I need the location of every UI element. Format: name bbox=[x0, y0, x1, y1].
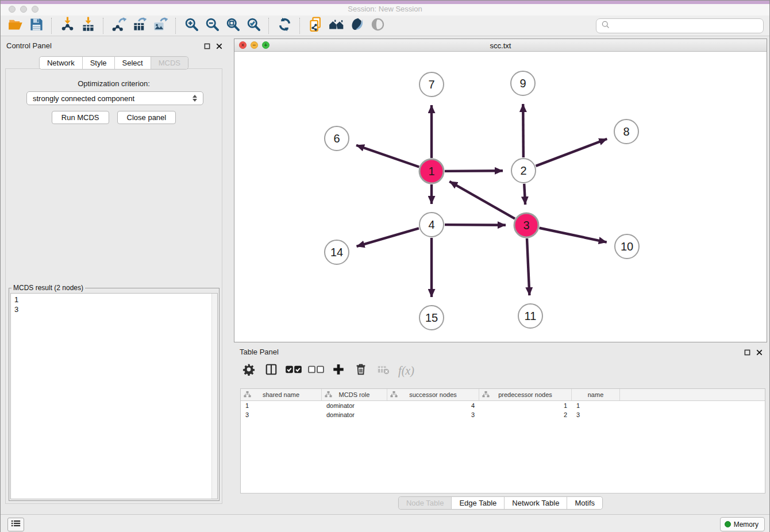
close-panel-icon[interactable] bbox=[216, 41, 222, 52]
column-header-predecessor-nodes[interactable]: predecessor nodes bbox=[479, 389, 572, 400]
delete-column-button[interactable] bbox=[352, 362, 369, 379]
column-type-icon bbox=[482, 391, 490, 399]
deselect-all-button[interactable] bbox=[307, 362, 325, 379]
table-body: 1dominator4113dominator323 bbox=[241, 401, 765, 419]
cell-predecessor-nodes[interactable]: 1 bbox=[479, 402, 572, 409]
graph-edge-3-11[interactable] bbox=[527, 238, 529, 295]
table-tab-motifs[interactable]: Motifs bbox=[567, 497, 602, 509]
table-row[interactable]: 3dominator323 bbox=[241, 410, 765, 419]
import-network-button[interactable] bbox=[57, 17, 78, 35]
birds-eye-view-button[interactable] bbox=[367, 17, 388, 35]
window-title: Session: New Session bbox=[1, 5, 769, 13]
control-tab-mcds[interactable]: MCDS bbox=[151, 57, 188, 69]
graph-node-2[interactable]: 2 bbox=[511, 159, 536, 183]
graph-edge-3-10[interactable] bbox=[540, 228, 607, 242]
close-panel-button[interactable]: Close panel bbox=[117, 111, 176, 124]
graph-node-14[interactable]: 14 bbox=[325, 240, 349, 264]
float-table-panel-icon[interactable] bbox=[744, 348, 750, 358]
zoom-selected-button[interactable] bbox=[243, 17, 264, 35]
export-image-button[interactable] bbox=[150, 17, 171, 35]
export-table-icon bbox=[132, 17, 148, 34]
cell-predecessor-nodes[interactable]: 2 bbox=[479, 411, 572, 418]
criterion-dropdown[interactable]: strongly connected component bbox=[26, 91, 203, 105]
node-table[interactable]: shared nameMCDS rolesuccessor nodesprede… bbox=[240, 388, 765, 494]
graph-node-9[interactable]: 9 bbox=[511, 71, 535, 95]
export-table-button[interactable] bbox=[129, 17, 150, 35]
cell-mcds-role[interactable]: dominator bbox=[322, 402, 387, 409]
graph-node-8[interactable]: 8 bbox=[614, 119, 638, 144]
graph-edge-3-1[interactable] bbox=[449, 182, 515, 219]
control-tab-style[interactable]: Style bbox=[83, 57, 115, 69]
graph-edge-4-14[interactable] bbox=[357, 228, 419, 246]
column-header-name[interactable]: name bbox=[572, 389, 620, 400]
graph-edge-2-9[interactable] bbox=[523, 104, 523, 157]
graph-node-11[interactable]: 11 bbox=[518, 304, 542, 328]
cell-shared-name[interactable]: 1 bbox=[241, 402, 322, 409]
control-tab-select[interactable]: Select bbox=[115, 57, 151, 69]
gear-icon bbox=[242, 363, 255, 378]
graph-edge-1-6[interactable] bbox=[356, 145, 419, 167]
run-mcds-button[interactable]: Run MCDS bbox=[52, 111, 109, 124]
table-settings-button[interactable] bbox=[240, 362, 257, 379]
column-header-mcds-role[interactable]: MCDS role bbox=[322, 389, 387, 400]
control-panel-title: Control Panel bbox=[6, 41, 52, 50]
table-panel-title: Table Panel bbox=[240, 348, 279, 356]
graph-edge-2-8[interactable] bbox=[536, 139, 607, 166]
open-session-button[interactable] bbox=[5, 17, 26, 35]
zoom-in-button[interactable] bbox=[181, 17, 202, 35]
mcds-result-textarea[interactable]: 13 bbox=[10, 293, 218, 499]
delete-table-button[interactable] bbox=[375, 362, 392, 379]
task-history-button[interactable] bbox=[7, 518, 24, 531]
memory-button[interactable]: Memory bbox=[720, 517, 765, 531]
result-scrollbar[interactable] bbox=[211, 294, 217, 499]
graph-node-1[interactable]: 1 bbox=[419, 159, 444, 183]
control-tab-network[interactable]: Network bbox=[40, 57, 83, 69]
import-table-button[interactable] bbox=[78, 17, 98, 35]
refresh-icon bbox=[277, 17, 292, 34]
cell-successor-nodes[interactable]: 4 bbox=[387, 402, 479, 409]
select-all-button[interactable] bbox=[285, 362, 302, 379]
zoom-fit-icon bbox=[225, 17, 241, 34]
graph-edge-4-3[interactable] bbox=[445, 225, 506, 225]
application-window: Session: New Session Control Panel bbox=[0, 0, 770, 532]
graph-node-7[interactable]: 7 bbox=[419, 72, 444, 97]
close-table-panel-icon[interactable] bbox=[756, 348, 763, 358]
table-tab-edge-table[interactable]: Edge Table bbox=[452, 497, 505, 509]
cell-mcds-role[interactable]: dominator bbox=[322, 411, 387, 418]
zoom-fit-button[interactable] bbox=[222, 17, 243, 35]
zoom-out-icon bbox=[205, 17, 220, 34]
search-field[interactable] bbox=[596, 18, 764, 33]
graph-node-10[interactable]: 10 bbox=[615, 234, 639, 259]
float-panel-icon[interactable] bbox=[204, 41, 210, 52]
table-tab-node-table[interactable]: Node Table bbox=[399, 497, 452, 509]
function-builder-button[interactable]: f(x) bbox=[397, 362, 414, 379]
home-button[interactable] bbox=[326, 17, 346, 35]
search-input[interactable] bbox=[614, 21, 759, 31]
graph-node-3[interactable]: 3 bbox=[514, 213, 538, 237]
graph-node-6[interactable]: 6 bbox=[325, 126, 349, 151]
graph-edge-2-3[interactable] bbox=[524, 184, 525, 205]
add-column-button[interactable] bbox=[330, 362, 347, 379]
cell-successor-nodes[interactable]: 3 bbox=[387, 411, 479, 418]
cell-shared-name[interactable]: 3 bbox=[241, 411, 322, 418]
column-visibility-button[interactable] bbox=[263, 362, 280, 379]
export-network-button[interactable] bbox=[109, 17, 129, 35]
import-table-icon bbox=[80, 17, 96, 34]
show-graphics-details-button[interactable] bbox=[346, 17, 367, 35]
cell-name[interactable]: 3 bbox=[572, 411, 620, 418]
cell-name[interactable]: 1 bbox=[572, 402, 620, 409]
save-session-button[interactable] bbox=[26, 17, 47, 35]
table-row[interactable]: 1dominator411 bbox=[241, 401, 765, 410]
graph-node-4[interactable]: 4 bbox=[419, 213, 444, 237]
zoom-out-button[interactable] bbox=[202, 17, 222, 35]
clone-network-button[interactable] bbox=[305, 17, 326, 35]
network-canvas[interactable]: 7968124314101511 bbox=[234, 52, 767, 342]
table-tab-network-table[interactable]: Network Table bbox=[505, 497, 567, 509]
network-window-titlebar: × − + scc.txt bbox=[234, 39, 767, 52]
column-header-successor-nodes[interactable]: successor nodes bbox=[387, 389, 479, 400]
memory-label: Memory bbox=[734, 521, 759, 529]
column-header-shared-name[interactable]: shared name bbox=[241, 389, 322, 400]
graph-node-15[interactable]: 15 bbox=[419, 306, 444, 330]
graph-edge-1-2[interactable] bbox=[445, 171, 503, 171]
refresh-view-button[interactable] bbox=[274, 17, 295, 35]
